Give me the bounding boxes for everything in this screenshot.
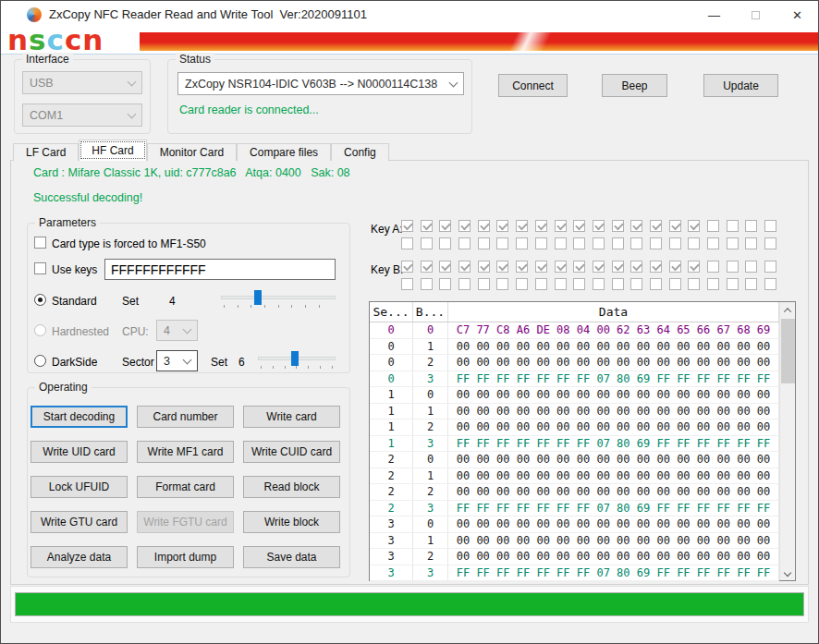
key-b-checkbox[interactable] [650,261,662,273]
key-b-checkbox[interactable] [727,278,739,290]
key-b-checkbox[interactable] [630,278,642,290]
key-b-checkbox[interactable] [516,261,528,273]
key-b-checkbox[interactable] [764,261,776,273]
table-row[interactable]: 2200 00 00 00 00 00 00 00 00 00 00 00 00… [370,484,779,501]
key-a-checkbox[interactable] [458,220,471,232]
key-b-checkbox[interactable] [555,261,567,273]
beep-button[interactable]: Beep [602,74,667,97]
key-a-checkbox[interactable] [439,220,451,232]
darkside-set-slider[interactable] [258,350,336,369]
standard-radio[interactable] [34,294,46,306]
key-b-checkbox[interactable] [439,278,451,290]
scrollbar-thumb[interactable] [781,319,795,383]
key-a-checkbox[interactable] [593,237,605,249]
key-a-checkbox[interactable] [496,220,508,232]
table-row[interactable]: 1000 00 00 00 00 00 00 00 00 00 00 00 00… [370,387,779,404]
lock-ufuid-button[interactable]: Lock UFUID [31,476,128,498]
key-a-checkbox[interactable] [669,220,681,232]
key-b-checkbox[interactable] [573,278,585,290]
tab-lf-card[interactable]: LF Card [13,143,79,161]
keys-input[interactable]: FFFFFFFFFFFF [104,259,336,280]
use-keys-checkbox[interactable] [34,262,46,274]
scroll-up-icon[interactable] [780,302,795,318]
key-a-checkbox[interactable] [630,237,642,249]
write-uid-card-button[interactable]: Write UID card [31,441,128,463]
key-a-checkbox[interactable] [516,237,528,249]
key-b-checkbox[interactable] [458,278,471,290]
key-b-checkbox[interactable] [764,278,776,290]
sector-select[interactable]: 3 [156,350,198,371]
key-a-checkbox[interactable] [688,220,700,232]
connect-button[interactable]: Connect [498,74,568,97]
key-a-checkbox[interactable] [707,220,719,232]
key-b-checkbox[interactable] [439,261,451,273]
table-row[interactable]: 0200 00 00 00 00 00 00 00 00 00 00 00 00… [370,355,779,371]
key-b-checkbox[interactable] [401,261,413,273]
key-a-checkbox[interactable] [401,220,413,232]
key-b-checkbox[interactable] [478,278,490,290]
table-row[interactable]: 3000 00 00 00 00 00 00 00 00 00 00 00 00… [370,516,779,533]
key-a-checkbox[interactable] [745,220,757,232]
card-number-button[interactable]: Card number [137,406,234,428]
key-b-checkbox[interactable] [745,261,757,273]
write-cuid-card-button[interactable]: Write CUID card [243,441,340,463]
key-a-checkbox[interactable] [745,237,757,249]
table-row[interactable]: 33FF FF FF FF FF FF FF 07 80 69 FF FF FF… [370,565,779,582]
import-dump-button[interactable]: Import dump [137,546,234,568]
key-b-checkbox[interactable] [612,278,624,290]
key-a-checkbox[interactable] [421,237,433,249]
save-data-button[interactable]: Save data [243,546,340,568]
key-a-checkbox[interactable] [612,220,624,232]
start-decoding-button[interactable]: Start decoding [31,406,128,428]
key-a-checkbox[interactable] [630,220,642,232]
key-a-checkbox[interactable] [496,237,508,249]
key-b-checkbox[interactable] [573,261,585,273]
table-row[interactable]: 1200 00 00 00 00 00 00 00 00 00 00 00 00… [370,419,779,436]
key-a-checkbox[interactable] [421,220,433,232]
key-a-checkbox[interactable] [573,220,585,232]
key-a-checkbox[interactable] [764,220,776,232]
tab-hf-card[interactable]: HF Card [79,140,146,161]
table-row[interactable]: 3200 00 00 00 00 00 00 00 00 00 00 00 00… [370,549,779,565]
device-select[interactable]: ZxCopy NSR104-IDIC V603B --> N0000114C13… [177,72,464,95]
key-b-checkbox[interactable] [669,261,681,273]
key-b-checkbox[interactable] [593,261,605,273]
key-a-checkbox[interactable] [458,237,471,249]
table-row[interactable]: 1100 00 00 00 00 00 00 00 00 00 00 00 00… [370,404,779,420]
tab-compare-files[interactable]: Compare files [237,143,331,161]
key-b-checkbox[interactable] [593,278,605,290]
table-row[interactable]: 2100 00 00 00 00 00 00 00 00 00 00 00 00… [370,468,779,485]
scroll-down-icon[interactable] [780,565,795,580]
key-b-checkbox[interactable] [555,278,567,290]
minimize-button[interactable]: — [693,1,735,29]
key-b-checkbox[interactable] [688,278,700,290]
key-b-checkbox[interactable] [535,261,547,273]
key-a-checkbox[interactable] [555,237,567,249]
key-b-checkbox[interactable] [535,278,547,290]
key-a-checkbox[interactable] [612,237,624,249]
key-a-checkbox[interactable] [727,237,739,249]
key-b-checkbox[interactable] [688,261,700,273]
key-b-checkbox[interactable] [707,261,719,273]
key-b-checkbox[interactable] [496,278,508,290]
key-a-checkbox[interactable] [669,237,681,249]
standard-set-slider[interactable] [221,289,336,308]
key-a-checkbox[interactable] [478,237,490,249]
key-b-checkbox[interactable] [401,278,413,290]
key-b-checkbox[interactable] [458,261,471,273]
table-row[interactable]: 0100 00 00 00 00 00 00 00 00 00 00 00 00… [370,339,779,356]
key-a-checkbox[interactable] [535,220,547,232]
key-a-checkbox[interactable] [573,237,585,249]
table-row[interactable]: 03FF FF FF FF FF FF FF 07 80 69 FF FF FF… [370,371,779,388]
key-b-checkbox[interactable] [630,261,642,273]
force-mf1-s50-checkbox[interactable] [34,237,46,249]
key-a-checkbox[interactable] [707,237,719,249]
table-row[interactable]: 00C7 77 C8 A6 DE 08 04 00 62 63 64 65 66… [370,322,779,339]
key-b-checkbox[interactable] [421,278,433,290]
key-b-checkbox[interactable] [421,261,433,273]
key-a-checkbox[interactable] [764,237,776,249]
format-card-button[interactable]: Format card [137,476,234,498]
table-row[interactable]: 2000 00 00 00 00 00 00 00 00 00 00 00 00… [370,452,779,468]
analyze-data-button[interactable]: Analyze data [31,546,128,568]
write-block-button[interactable]: Write block [243,511,340,533]
